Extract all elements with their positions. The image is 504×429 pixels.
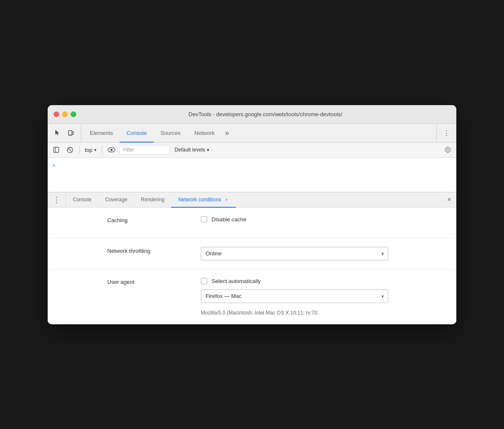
caching-section: Caching Disable cache (48, 208, 456, 238)
drawer-tab-console[interactable]: Console (66, 193, 98, 208)
toolbar-divider-2 (102, 146, 102, 154)
more-tabs-button[interactable]: » (221, 124, 232, 142)
devtools-menu: ⋮ (436, 124, 453, 142)
svg-point-9 (447, 149, 449, 151)
maximize-button[interactable] (71, 112, 76, 117)
throttling-select-wrapper: Online Fast 3G Slow 3G Offline ▾ (201, 247, 388, 260)
device-icon[interactable] (65, 126, 77, 139)
settings-button[interactable] (442, 144, 454, 156)
disable-cache-checkbox[interactable] (201, 216, 207, 223)
clear-console-button[interactable] (64, 144, 76, 156)
minimize-button[interactable] (62, 112, 68, 117)
svg-rect-3 (54, 147, 59, 152)
user-agent-control: Select automatically Firefox — Mac Chrom… (201, 278, 397, 316)
throttling-select[interactable]: Online Fast 3G Slow 3G Offline (201, 247, 388, 260)
drawer-tabs: Console Coverage Rendering Network condi… (66, 192, 236, 207)
ua-string: Mozilla/5.0 (Macintosh; Intel Mac OS X 1… (201, 310, 397, 316)
main-tabs: Elements Console Sources Network » (83, 124, 436, 142)
traffic-lights (54, 112, 76, 117)
select-auto-row: Select automatically (201, 278, 397, 284)
console-area: › (48, 158, 456, 192)
tab-console[interactable]: Console (120, 124, 154, 143)
select-auto-label: Select automatically (212, 278, 261, 284)
close-button[interactable] (54, 112, 59, 117)
drawer-close-button[interactable]: × (442, 192, 456, 207)
drawer-menu-icon[interactable]: ⋮ (48, 192, 66, 207)
drawer-tab-network-conditions[interactable]: Network conditions × (171, 193, 236, 208)
sidebar-toggle-button[interactable] (50, 144, 62, 156)
drawer: ⋮ Console Coverage Rendering Network con… (48, 192, 456, 324)
context-select[interactable]: top ▾ (83, 147, 98, 153)
svg-rect-1 (72, 132, 74, 134)
ua-select-wrapper: Firefox — Mac Chrome — Android Safari — … (201, 289, 388, 303)
select-auto-checkbox[interactable] (201, 278, 207, 284)
devtools-window: DevTools - developers.google.com/web/too… (48, 105, 456, 324)
titlebar: DevTools - developers.google.com/web/too… (48, 105, 456, 124)
ua-select[interactable]: Firefox — Mac Chrome — Android Safari — … (201, 289, 388, 303)
console-toolbar: top ▾ Default levels ▾ (48, 143, 456, 158)
eye-icon[interactable] (106, 144, 117, 156)
console-caret[interactable]: › (53, 161, 55, 169)
throttling-label: Network throttling (107, 247, 184, 254)
network-conditions-panel: Caching Disable cache Network throttling… (48, 208, 456, 324)
svg-point-8 (111, 149, 113, 151)
disable-cache-label: Disable cache (212, 216, 246, 223)
tab-network[interactable]: Network (188, 124, 222, 143)
throttling-section: Network throttling Online Fast 3G Slow 3… (48, 238, 456, 269)
drawer-tab-network-conditions-close[interactable]: × (224, 197, 229, 203)
caching-control: Disable cache (201, 216, 397, 223)
user-agent-label: User agent (107, 278, 184, 285)
devtools-menu-icon[interactable]: ⋮ (440, 126, 453, 139)
user-agent-section: User agent Select automatically Firefox … (48, 269, 456, 324)
drawer-tab-rendering[interactable]: Rendering (134, 193, 171, 208)
log-levels-button[interactable]: Default levels ▾ (172, 146, 212, 154)
tab-elements[interactable]: Elements (83, 124, 120, 143)
svg-line-6 (68, 148, 72, 152)
toolbar-divider (79, 146, 80, 154)
drawer-tabbar: ⋮ Console Coverage Rendering Network con… (48, 192, 456, 208)
drawer-tab-coverage[interactable]: Coverage (98, 193, 134, 208)
throttling-control: Online Fast 3G Slow 3G Offline ▾ (201, 247, 397, 260)
devtools-icon-group (51, 124, 81, 142)
cursor-icon[interactable] (51, 126, 64, 139)
caching-label: Caching (107, 216, 184, 223)
window-title: DevTools - developers.google.com/web/too… (80, 111, 450, 117)
filter-input[interactable] (119, 145, 170, 154)
tab-sources[interactable]: Sources (154, 124, 188, 143)
main-tabbar: Elements Console Sources Network » ⋮ (48, 124, 456, 143)
